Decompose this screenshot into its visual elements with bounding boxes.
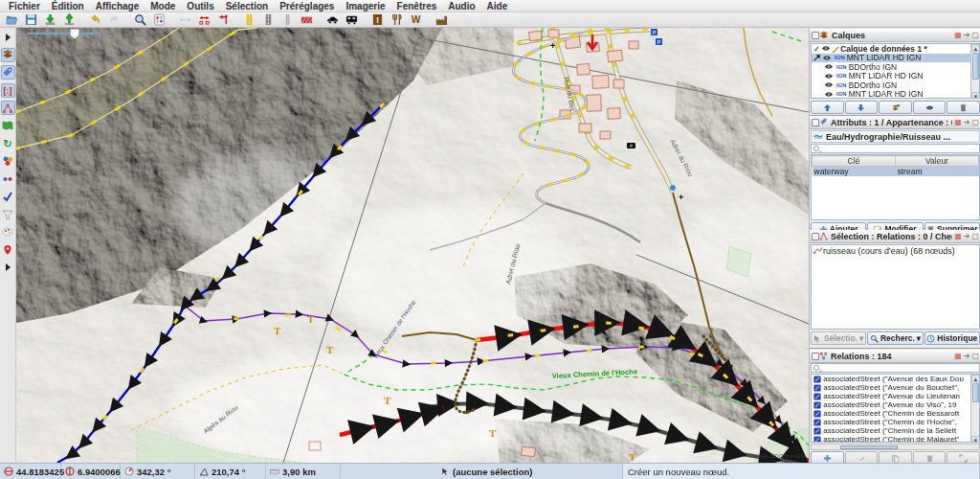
hatched-area-icon[interactable] [298,13,316,27]
delete-layer-button[interactable] [947,101,980,114]
relation-row[interactable]: associatedStreet ("Chemin de l'Hoche", [812,418,979,426]
layer-row[interactable]: IGN BDOrtho IGN [812,80,979,90]
attributes-search-input[interactable] [811,144,980,153]
filter-icon[interactable] [1,207,15,221]
layer-row[interactable]: IGN MNT LIDAR HD IGN [812,54,979,63]
relation-row[interactable]: associatedStreet ("Avenue du Bouchet", [812,383,979,392]
combine-way-icon[interactable] [195,13,213,27]
history-button[interactable]: Historique [924,331,980,345]
split-way-icon[interactable] [176,13,194,27]
preset-banner[interactable]: Eau/Hydrographie/Ruisseau ... [811,130,980,143]
close-icon[interactable]: ▢ [971,352,979,360]
upload-icon[interactable] [60,13,78,27]
layer-row[interactable]: IGN MNT LIDAR HD IGN [812,72,979,81]
layer-row[interactable]: ✓ Calque de données 1 * [812,44,979,54]
eye-icon[interactable] [824,91,834,98]
dock-icon[interactable]: ➔ [964,352,970,360]
menu-fichier[interactable]: Fichier [3,1,46,11]
map-style-icon[interactable] [1,119,15,133]
menu-affichage[interactable]: Affichage [90,1,145,11]
selection-item[interactable]: ruisseau (cours d'eau) (68 nœuds) [812,245,979,256]
move-layer-down-button[interactable] [845,101,879,114]
menu-fenetres[interactable]: Fenêtres [391,1,443,11]
sticky-icon[interactable]: ▦ [954,118,962,126]
reverse-way-icon[interactable] [214,13,233,27]
relations-panel-icon[interactable] [1,101,15,115]
relations-hscrollbar[interactable] [811,444,980,450]
relation-row[interactable]: associatedStreet ("Chemin de la Sellett [812,426,979,435]
open-file-icon[interactable] [3,13,21,27]
menu-outils[interactable]: Outils [181,1,219,11]
relation-row[interactable]: associatedStreet ("Avenue des Eaux Dou [812,375,979,383]
merge-layer-button[interactable] [879,101,912,114]
undo-icon[interactable] [86,13,104,27]
dock-icon[interactable]: ➔ [964,118,970,126]
relation-row[interactable]: associatedStreet ("Avenue du Viso", 19 [812,400,979,409]
move-layer-up-button[interactable] [811,101,844,114]
relations-scrollbar[interactable]: ▲▼ [970,375,979,443]
dock-icon[interactable]: ➔ [964,31,970,39]
menu-selection[interactable]: Sélection [220,1,274,11]
close-icon[interactable]: ▢ [971,31,979,39]
lane-gray-icon[interactable] [259,13,278,27]
menu-edition[interactable]: Édition [46,1,90,11]
factory-icon[interactable] [433,13,451,27]
notes-icon[interactable] [1,242,15,257]
validation-check-icon[interactable] [1,190,15,204]
panel-toggle-icon[interactable] [812,119,819,126]
eye-icon[interactable] [824,63,834,70]
map-canvas[interactable]: + + P P TTT TTT Alpès au Riou Adret du R… [16,28,809,463]
panel-toggle-icon[interactable] [812,353,819,360]
menu-mode[interactable]: Mode [145,1,181,11]
lane-yellow-icon[interactable] [240,13,258,27]
changeset-icon[interactable]: ↻ [1,136,15,150]
map-paint-icon[interactable] [1,225,15,240]
relation-row[interactable]: associatedStreet ("Chemin de Bessarott [812,409,979,418]
search-menu-button[interactable]: Recherc.▾ [867,331,923,345]
tag-row[interactable]: waterway stream [813,167,979,177]
column-header-key[interactable]: Clé [813,156,896,167]
preferences-icon[interactable] [150,13,168,27]
relation-row[interactable]: associatedStreet ("Chemin de Malauret" [812,435,979,443]
tags-panel-icon[interactable] [1,65,15,80]
lane-single-icon[interactable] [278,13,297,27]
menu-audio[interactable]: Audio [442,1,480,11]
layer-row[interactable]: IGN BDOrtho IGN [812,62,979,72]
layers-panel-icon[interactable] [1,48,15,62]
eye-icon[interactable] [821,45,831,52]
eye-icon[interactable] [824,81,834,88]
zoom-selection-icon[interactable] [131,13,149,27]
dock-icon[interactable]: ➔ [964,232,970,240]
relation-row[interactable]: associatedStreet ("Avenue du Lieutenan [812,392,979,400]
menu-aide[interactable]: Aide [481,1,514,11]
redo-icon[interactable] [105,13,123,27]
close-icon[interactable]: ▢ [971,118,979,126]
bus-icon[interactable] [343,13,361,27]
menu-prereglages[interactable]: Préréglages [274,1,340,11]
layer-visibility-button[interactable] [913,101,947,114]
relations-search-input[interactable] [811,363,980,373]
download-icon[interactable] [41,13,59,27]
validation-dots-icon[interactable] [1,171,15,186]
collapse-arrow-bottom-icon[interactable] [1,261,15,275]
selection-menu-button[interactable]: Sélectio.▾ [811,331,866,345]
eye-icon[interactable] [824,73,834,80]
conflict-panel-icon[interactable]: [:] [1,83,15,98]
weir-icon[interactable]: W [407,13,425,27]
authors-icon[interactable] [1,154,15,169]
hazard-icon[interactable]: ! [368,13,387,27]
restaurant-icon[interactable] [388,13,406,27]
menu-imagerie[interactable]: Imagerie [340,1,390,11]
panel-toggle-icon[interactable] [812,233,819,240]
column-header-value[interactable]: Valeur [896,156,979,167]
layers-scrollbar[interactable]: ▲ ▼ [970,44,979,99]
save-icon[interactable] [22,13,40,27]
layer-row[interactable]: IGN MNT LIDAR HD IGN [812,90,979,100]
collapse-arrow-icon[interactable] [1,30,15,44]
panel-toggle-icon[interactable] [812,32,819,39]
car-icon[interactable] [323,13,342,27]
sticky-icon[interactable]: ▦ [954,232,962,240]
eye-icon[interactable] [822,55,832,61]
close-icon[interactable]: ▢ [971,232,979,240]
sticky-icon[interactable]: ▦ [954,352,962,360]
